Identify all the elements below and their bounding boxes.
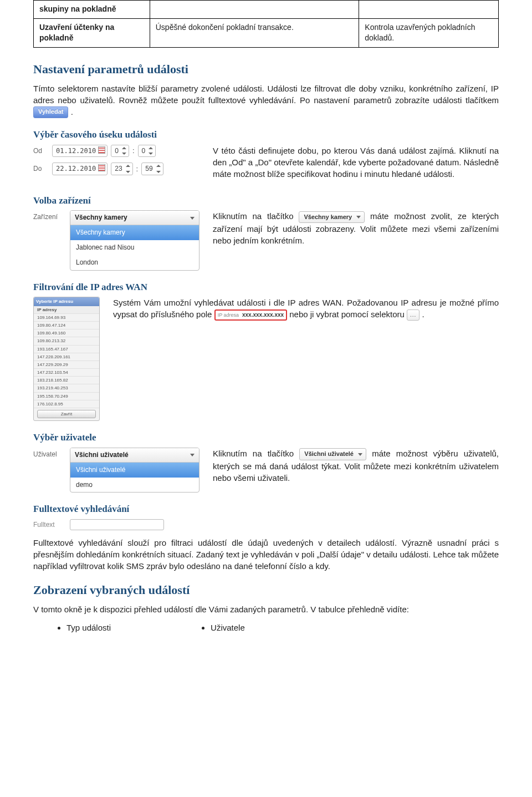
- from-label: Od: [33, 146, 49, 156]
- ip-list-item[interactable]: 183.218.165.82: [34, 377, 99, 384]
- user-option[interactable]: Všichni uživatelé: [70, 463, 199, 478]
- cell: skupiny na pokladně: [34, 1, 150, 19]
- heading-fulltext: Fulltextové vyhledávání: [33, 502, 499, 516]
- user-paragraph: Kliknutím na tlačítko Všichni uživatelé …: [213, 448, 499, 484]
- ip-list-header: Vyberte IP adresu: [34, 297, 99, 306]
- text: .: [422, 309, 424, 319]
- from-minute-stepper[interactable]: 0: [138, 145, 156, 158]
- device-dropdown[interactable]: Všechny kamery Všechny kamery Jablonec n…: [70, 210, 200, 270]
- heading-device: Volba zařízení: [33, 194, 499, 207]
- device-label: Zařízení: [33, 210, 64, 222]
- user-panel: Uživatel Všichni uživatelé Všichni uživa…: [33, 448, 200, 493]
- ip-list-item[interactable]: 195.158.70.249: [34, 393, 99, 400]
- cell: [150, 1, 359, 19]
- fulltext-paragraph: Fulltextové vyhledávání slouží pro filtr…: [33, 537, 499, 572]
- ip-list-item[interactable]: 147.229.209.29: [34, 361, 99, 369]
- device-paragraph: Kliknutím na tlačítko Všechny kamery mát…: [213, 210, 499, 246]
- ip-list-item[interactable]: 193.219.40.253: [34, 384, 99, 392]
- to-date-input[interactable]: 22.12.2010: [52, 163, 108, 175]
- time-paragraph: V této části definujete dobu, po kterou …: [213, 145, 499, 180]
- heading-ip: Filtrování dle IP adres WAN: [33, 281, 499, 294]
- ip-list-subheader: IP adresy: [34, 306, 99, 314]
- colon: :: [132, 146, 135, 156]
- user-dropdown[interactable]: Všichni uživatelé Všichni uživatelé demo: [70, 448, 200, 493]
- text: Kliknutím na tlačítko: [213, 211, 299, 221]
- ip-list-item[interactable]: 109.164.69.93: [34, 314, 99, 322]
- device-option[interactable]: Jablonec nad Nisou: [70, 240, 199, 255]
- device-option[interactable]: London: [70, 255, 199, 270]
- heading-results: Zobrazení vybraných událostí: [33, 582, 499, 599]
- search-button[interactable]: Vyhledat: [33, 106, 68, 118]
- to-minute-stepper[interactable]: 59: [141, 163, 163, 175]
- time-row-to: Do 22.12.2010 23 : 59: [33, 163, 200, 175]
- ip-address-field[interactable]: IP adresaxxx.xxx.xxx.xxx: [214, 309, 287, 321]
- device-inline-button[interactable]: Všechny kamery: [299, 211, 365, 223]
- params-paragraph: Tímto selektorem nastavíte bližší parame…: [33, 83, 499, 118]
- cell: [359, 1, 499, 19]
- ip-list-item[interactable]: 109.80.49.160: [34, 329, 99, 337]
- ip-paragraph: Systém Vám umožní vyhledávat události i …: [113, 297, 499, 321]
- cell: Uzavření účtenky na pokladně: [34, 18, 150, 47]
- device-option[interactable]: Všechny kamery: [70, 225, 199, 240]
- time-panel: Od 01.12.2010 0 : 0 Do 22.12.2010 23 : 5…: [33, 145, 200, 176]
- ip-list-item[interactable]: 193.165.47.167: [34, 346, 99, 353]
- ip-list-item[interactable]: 109.80.213.32: [34, 337, 99, 345]
- ip-list-panel: Vyberte IP adresu IP adresy 109.164.69.9…: [33, 297, 100, 421]
- ip-list-item[interactable]: 147.232.103.54: [34, 369, 99, 377]
- from-date-input[interactable]: 01.12.2010: [52, 145, 108, 158]
- event-types-table: skupiny na pokladně Uzavření účtenky na …: [33, 0, 499, 48]
- user-inline-button[interactable]: Všichni uživatelé: [299, 448, 366, 460]
- user-label: Uživatel: [33, 448, 64, 459]
- to-hour-stepper[interactable]: 23: [111, 163, 132, 175]
- text: nebo ji vybrat pomocí selektoru: [289, 309, 407, 319]
- user-selected[interactable]: Všichni uživatelé: [70, 448, 199, 463]
- results-bullets: Typ události Uživatele: [33, 620, 499, 634]
- from-hour-stepper[interactable]: 0: [111, 145, 129, 158]
- fulltext-label: Fulltext: [33, 520, 64, 530]
- colon: :: [136, 164, 139, 174]
- ip-selector-button[interactable]: ...: [407, 309, 420, 321]
- ip-list-item[interactable]: 147.228.209.161: [34, 353, 99, 361]
- table-row: Uzavření účtenky na pokladně Úspěšné dok…: [34, 18, 499, 47]
- results-paragraph: V tomto okně je k dispozici přehled udál…: [33, 603, 499, 615]
- device-selected[interactable]: Všechny kamery: [70, 211, 199, 225]
- calendar-icon[interactable]: [98, 146, 105, 154]
- heading-time: Výběr časového úseku události: [33, 128, 499, 141]
- heading-params: Nastavení parametrů události: [33, 61, 499, 78]
- bullet-item: Uživatele: [211, 622, 245, 633]
- calendar-icon[interactable]: [98, 164, 105, 171]
- text: Kliknutím na tlačítko: [213, 449, 299, 458]
- cell: Úspěšné dokončení pokladní transakce.: [150, 18, 359, 47]
- device-panel: Zařízení Všechny kamery Všechny kamery J…: [33, 210, 200, 270]
- ip-list-close-button[interactable]: Zavřít: [37, 410, 96, 418]
- bullet-item: Typ události: [66, 622, 111, 633]
- ip-list-item[interactable]: 109.80.47.124: [34, 322, 99, 329]
- user-option[interactable]: demo: [70, 478, 199, 493]
- fulltext-input[interactable]: [70, 519, 164, 530]
- ip-list-item[interactable]: 176.102.8.95: [34, 400, 99, 408]
- text: .: [71, 107, 73, 116]
- fulltext-panel: Fulltext: [33, 519, 164, 530]
- text: Tímto selektorem nastavíte bližší parame…: [33, 84, 499, 105]
- heading-user: Výběr uživatele: [33, 431, 499, 444]
- table-row: skupiny na pokladně: [34, 1, 499, 19]
- to-label: Do: [33, 164, 49, 174]
- time-row-from: Od 01.12.2010 0 : 0: [33, 145, 200, 158]
- cell: Kontrola uzavřených pokladních dokladů.: [359, 18, 499, 47]
